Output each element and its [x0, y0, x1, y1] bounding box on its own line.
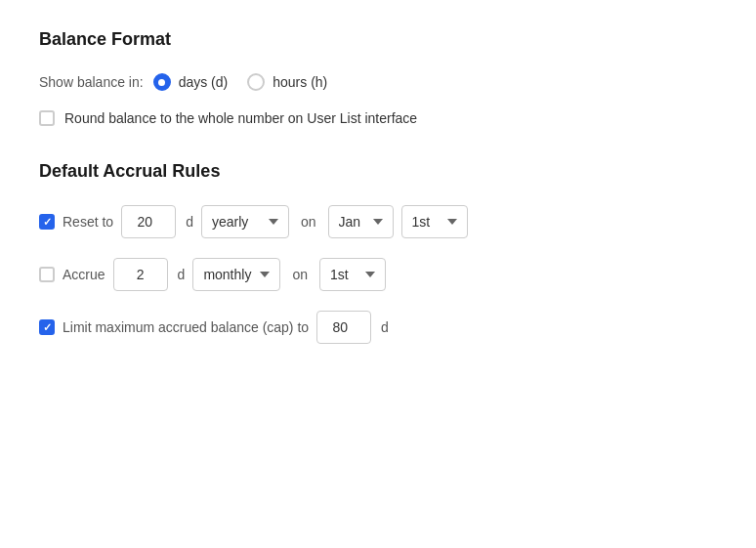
reset-to-option[interactable]	[39, 214, 55, 230]
reset-to-on-label: on	[301, 214, 316, 230]
reset-to-checkbox[interactable]	[39, 214, 55, 230]
default-accrual-rules-title: Default Accrual Rules	[39, 161, 717, 182]
cap-label: Limit maximum accrued balance (cap) to	[63, 319, 309, 335]
balance-radio-group: days (d) hours (h)	[153, 73, 328, 91]
radio-hours-input[interactable]	[247, 73, 265, 91]
radio-days-option[interactable]: days (d)	[153, 73, 229, 91]
cap-row: Limit maximum accrued balance (cap) to d	[39, 311, 717, 344]
reset-to-frequency-select[interactable]: yearly monthly weekly	[201, 205, 289, 238]
balance-format-title: Balance Format	[39, 29, 717, 50]
accrue-on-label: on	[292, 267, 308, 282]
radio-hours-option[interactable]: hours (h)	[247, 73, 327, 91]
reset-to-label: Reset to	[63, 214, 113, 230]
cap-checkbox[interactable]	[39, 319, 55, 335]
round-balance-checkbox[interactable]	[39, 110, 55, 126]
show-balance-row: Show balance in: days (d) hours (h)	[39, 73, 717, 91]
reset-to-unit: d	[186, 214, 193, 230]
accrue-value-input[interactable]	[113, 258, 168, 291]
reset-to-value-input[interactable]	[121, 205, 176, 238]
accrue-label: Accrue	[63, 267, 105, 282]
accrue-unit: d	[178, 267, 186, 282]
reset-to-row: Reset to d yearly monthly weekly on JanF…	[39, 205, 717, 238]
reset-to-month-select[interactable]: JanFebMarApr MayJunJulAug SepOctNovDec	[328, 205, 394, 238]
accrue-row: Accrue d yearly monthly weekly on 1st2nd…	[39, 258, 717, 291]
default-accrual-rules-section: Default Accrual Rules Reset to d yearly …	[39, 161, 717, 344]
accrue-frequency-select[interactable]: yearly monthly weekly	[192, 258, 280, 291]
cap-unit: d	[381, 319, 389, 335]
cap-value-input[interactable]	[316, 311, 371, 344]
round-balance-label: Round balance to the whole number on Use…	[64, 110, 417, 126]
balance-format-section: Balance Format Show balance in: days (d)…	[39, 29, 717, 126]
accrue-checkbox[interactable]	[39, 267, 55, 282]
radio-hours-label: hours (h)	[273, 74, 327, 90]
show-balance-label: Show balance in:	[39, 74, 144, 90]
accrue-option[interactable]	[39, 267, 55, 282]
round-balance-option[interactable]: Round balance to the whole number on Use…	[39, 110, 417, 126]
round-balance-row: Round balance to the whole number on Use…	[39, 110, 717, 126]
radio-days-input[interactable]	[153, 73, 171, 91]
accrue-day-select[interactable]: 1st2nd3rd4th 5th10th15th20th 25thLast	[319, 258, 386, 291]
reset-to-day-select[interactable]: 1st2nd3rd4th 5th10th15th20th 25thLast	[401, 205, 468, 238]
radio-days-label: days (d)	[179, 74, 229, 90]
cap-option[interactable]	[39, 319, 55, 335]
